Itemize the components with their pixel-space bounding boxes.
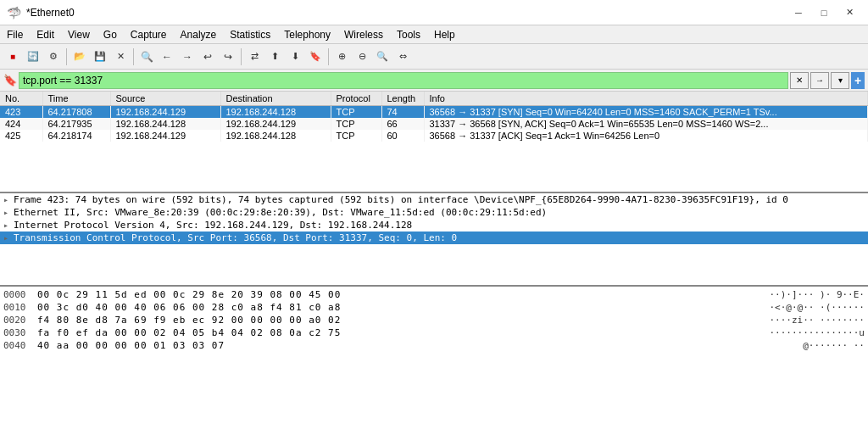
hex-row: 0020f4 80 8e d8 7a 69 f9 eb ec 92 00 00 … (3, 314, 865, 326)
hex-row: 001000 3c d0 40 00 40 06 06 00 28 c0 a8 … (3, 301, 865, 314)
prev-button[interactable]: ← (158, 47, 176, 66)
last-button[interactable]: ⬇ (286, 47, 304, 66)
filter-add-button[interactable]: + (851, 72, 865, 89)
detail-row[interactable]: ▸Transmission Control Protocol, Src Port… (0, 232, 868, 244)
find-button[interactable]: 🔍 (137, 47, 156, 66)
detail-row[interactable]: ▸Ethernet II, Src: VMware_8e:20:39 (00:0… (0, 206, 868, 219)
titlebar-controls: ─ □ ✕ (787, 4, 861, 21)
packet-table: No. Time Source Destination Protocol Len… (0, 92, 868, 142)
back-button[interactable]: ↩ (198, 47, 217, 66)
hex-offset: 0000 (3, 289, 31, 300)
table-header: No. Time Source Destination Protocol Len… (0, 92, 868, 106)
packet-details: ▸Frame 423: 74 bytes on wire (592 bits),… (0, 193, 868, 287)
hex-offset: 0030 (3, 327, 31, 338)
expand-icon: ▸ (3, 208, 14, 217)
col-header-length: Length (381, 92, 424, 106)
toolbar: ■ 🔄 ⚙ 📂 💾 ✕ 🔍 ← → ↩ ↪ ⇄ ⬆ (0, 44, 868, 70)
col-header-destination: Destination (220, 92, 331, 106)
hex-offset: 0040 (3, 340, 31, 351)
detail-text: Ethernet II, Src: VMware_8e:20:39 (00:0c… (14, 207, 547, 218)
resize-columns-button[interactable]: ⇔ (393, 47, 412, 66)
hex-bytes: 00 0c 29 11 5d ed 00 0c 29 8e 20 39 08 0… (37, 289, 762, 300)
table-row[interactable]: 42364.217808192.168.244.129192.168.244.1… (0, 106, 868, 119)
hex-ascii: @······· ·· (803, 340, 865, 351)
menu-wireless[interactable]: Wireless (337, 27, 390, 42)
window-title: *Ethernet0 (26, 7, 75, 19)
menu-capture[interactable]: Capture (124, 27, 174, 42)
menu-view[interactable]: View (61, 27, 97, 42)
expand-icon: ▸ (3, 233, 14, 243)
zoom-in-button[interactable]: ⊕ (332, 47, 351, 66)
hex-bytes: 00 3c d0 40 00 40 06 06 00 28 c0 a8 f4 8… (37, 302, 762, 313)
menu-help[interactable]: Help (427, 27, 462, 42)
hex-ascii: ·<·@·@·· ·(······ (769, 302, 865, 313)
menu-statistics[interactable]: Statistics (223, 27, 277, 42)
hex-rows: 000000 0c 29 11 5d ed 00 0c 29 8e 20 39 … (3, 288, 865, 352)
hex-offset: 0010 (3, 302, 31, 313)
separator-4 (328, 48, 329, 65)
packet-list: No. Time Source Destination Protocol Len… (0, 92, 868, 193)
goto-button[interactable]: ⇄ (245, 47, 264, 66)
separator-1 (66, 48, 67, 65)
detail-rows: ▸Frame 423: 74 bytes on wire (592 bits),… (0, 193, 868, 244)
hex-ascii: ················u (769, 327, 865, 338)
close-file-button[interactable]: ✕ (111, 47, 130, 66)
separator-3 (241, 48, 242, 65)
maximize-button[interactable]: □ (812, 4, 836, 21)
first-button[interactable]: ⬆ (265, 47, 284, 66)
menu-edit[interactable]: Edit (30, 27, 61, 42)
detail-text: Transmission Control Protocol, Src Port:… (14, 232, 457, 243)
packet-tbody: 42364.217808192.168.244.129192.168.244.1… (0, 106, 868, 142)
hex-row: 000000 0c 29 11 5d ed 00 0c 29 8e 20 39 … (3, 288, 865, 301)
filter-input[interactable] (19, 72, 788, 89)
separator-2 (133, 48, 134, 65)
capture-options-button[interactable]: ⚙ (44, 47, 63, 66)
detail-row[interactable]: ▸Frame 423: 74 bytes on wire (592 bits),… (0, 193, 868, 206)
hex-offset: 0020 (3, 315, 31, 326)
table-row[interactable]: 42564.218174192.168.244.129192.168.244.1… (0, 130, 868, 142)
hex-bytes: 40 aa 00 00 00 00 01 03 03 07 (37, 340, 796, 351)
menu-go[interactable]: Go (97, 27, 124, 42)
col-header-source: Source (110, 92, 220, 106)
filter-apply-button[interactable]: → (810, 72, 829, 89)
detail-text: Frame 423: 74 bytes on wire (592 bits), … (14, 194, 788, 205)
col-header-info: Info (424, 92, 868, 106)
filter-input-wrap (19, 72, 788, 89)
hex-dump: 000000 0c 29 11 5d ed 00 0c 29 8e 20 39 … (0, 287, 868, 424)
app-icon: 🦈 (7, 6, 21, 20)
main-content: No. Time Source Destination Protocol Len… (0, 92, 868, 424)
filter-icon: 🔖 (3, 74, 17, 86)
table-row[interactable]: 42464.217935192.168.244.128192.168.244.1… (0, 118, 868, 130)
menu-telephony[interactable]: Telephony (277, 27, 337, 42)
expand-icon: ▸ (3, 220, 14, 230)
minimize-button[interactable]: ─ (787, 4, 810, 21)
menu-tools[interactable]: Tools (390, 27, 427, 42)
titlebar-left: 🦈 *Ethernet0 (7, 6, 75, 20)
zoom-normal-button[interactable]: 🔍 (373, 47, 392, 66)
expand-icon: ▸ (3, 195, 14, 204)
mark-button[interactable]: 🔖 (306, 47, 325, 66)
hex-ascii: ····zi·· ········ (769, 315, 865, 326)
col-header-protocol: Protocol (331, 92, 381, 106)
open-button[interactable]: 📂 (70, 47, 89, 66)
menu-file[interactable]: File (0, 27, 30, 42)
hex-bytes: fa f0 ef da 00 00 02 04 05 b4 04 02 08 0… (37, 327, 762, 338)
menu-analyze[interactable]: Analyze (174, 27, 224, 42)
fwd-button[interactable]: ↪ (219, 47, 237, 66)
close-button[interactable]: ✕ (837, 4, 861, 21)
filter-clear-button[interactable]: ✕ (790, 72, 809, 89)
filter-dropdown-button[interactable]: ▾ (831, 72, 849, 89)
filterbar: 🔖 ✕ → ▾ + (0, 70, 868, 92)
hex-ascii: ··)·]··· )· 9··E· (769, 289, 865, 300)
hex-row: 004040 aa 00 00 00 00 01 03 03 07@······… (3, 339, 865, 352)
restart-button[interactable]: 🔄 (24, 47, 42, 66)
zoom-out-button[interactable]: ⊖ (353, 47, 371, 66)
hex-row: 0030fa f0 ef da 00 00 02 04 05 b4 04 02 … (3, 326, 865, 339)
hex-bytes: f4 80 8e d8 7a 69 f9 eb ec 92 00 00 00 0… (37, 315, 762, 326)
col-header-no: No. (0, 92, 42, 106)
detail-row[interactable]: ▸Internet Protocol Version 4, Src: 192.1… (0, 219, 868, 232)
next-button[interactable]: → (178, 47, 197, 66)
detail-text: Internet Protocol Version 4, Src: 192.16… (14, 220, 412, 231)
save-button[interactable]: 💾 (91, 47, 109, 66)
stop-capture-button[interactable]: ■ (3, 47, 22, 66)
